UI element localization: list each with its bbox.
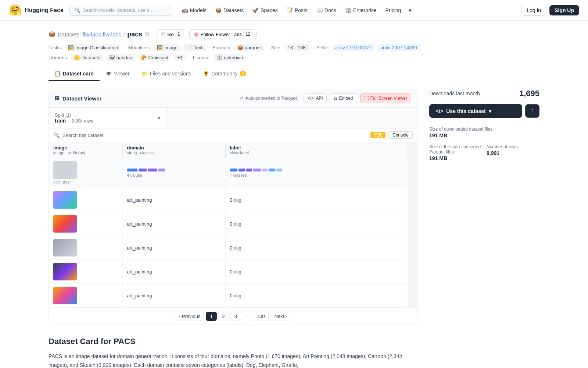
like-count: 1 xyxy=(175,31,182,37)
row3-image xyxy=(49,236,122,260)
arxiv1-tag[interactable]: arxiv:1710.03077 xyxy=(332,44,374,51)
navbar-datasets[interactable]: 📦 Datasets xyxy=(212,5,247,15)
follow-button[interactable]: 🌸 Follow Flower Labs 12 xyxy=(189,29,257,39)
navbar-right: Log In Sign Up xyxy=(521,5,579,16)
like-button[interactable]: ♡ like 1 xyxy=(157,29,186,39)
split-selector[interactable]: Split (1) train · 9.99k rows ▾ xyxy=(49,108,166,128)
navbar-models[interactable]: 🤖 Models xyxy=(178,5,210,15)
fullscreen-button[interactable]: ⛶ Full Screen Viewer xyxy=(360,93,412,103)
navbar-posts[interactable]: 📝 Posts xyxy=(283,5,311,15)
tab-files[interactable]: 📁 Files and versions xyxy=(136,67,197,81)
embed-button[interactable]: ⧉ Embed xyxy=(330,93,357,103)
lib3-tag[interactable]: 🥐 Croissant xyxy=(138,54,171,61)
lib1-tag[interactable]: 🟡 Datasets xyxy=(71,54,103,61)
domain-summary: 4 values xyxy=(122,158,225,188)
task-tag[interactable]: 🖼️ Image Classification xyxy=(65,44,121,51)
table-icon: ⊞ xyxy=(55,95,60,102)
table-row: art_painting 0 dog xyxy=(49,284,417,308)
modality-image-tag[interactable]: 🖼️ Image xyxy=(154,44,180,51)
arxiv-label: ArXiv: xyxy=(316,45,329,50)
row1-domain: art_painting xyxy=(122,188,225,212)
viewer-actions: ↺ Auto-converted to Parquet </> API ⧉ Em… xyxy=(236,93,411,103)
row1-image xyxy=(49,188,122,212)
api-button[interactable]: </> API xyxy=(304,93,327,103)
follow-count: 12 xyxy=(243,31,252,37)
search-dataset-icon: 🔍 xyxy=(53,132,60,138)
navbar-enterprise[interactable]: 🏢 Enterprise xyxy=(341,5,380,15)
community-badge: 1 xyxy=(240,71,246,76)
table-row: art_painting 0 dog xyxy=(49,236,417,260)
tab-community[interactable]: 🌻 Community 1 xyxy=(197,67,252,81)
navbar-spaces[interactable]: 🚀 Spaces xyxy=(249,5,282,15)
downloads-value: 1,695 xyxy=(519,89,539,98)
next-page-button[interactable]: Next › xyxy=(270,312,291,321)
table-body: art_painting 0 dog xyxy=(49,188,417,308)
heart-icon: ♡ xyxy=(161,32,165,37)
row4-domain: art_painting xyxy=(122,260,225,284)
console-button[interactable]: Console xyxy=(388,131,413,139)
croissant-lib-icon: 🥐 xyxy=(141,55,147,60)
size-parquet-item: Size of the auto-converted Parquet files… xyxy=(429,144,482,161)
pagination-ellipsis: ... xyxy=(243,312,251,321)
row4-label: 0 dog xyxy=(225,260,408,284)
org-link[interactable]: flwrlabs xyxy=(82,31,101,38)
lib2-tag[interactable]: 🐼 pandas xyxy=(106,54,135,61)
size-tag[interactable]: 1K - 10K xyxy=(284,44,309,51)
use-dataset-button[interactable]: </> Use this dataset ▾ xyxy=(429,104,522,118)
row2-domain: art_painting xyxy=(122,212,225,236)
search-row: 🔍 SQL Console xyxy=(49,128,417,142)
search-bar[interactable]: 🔍 Search models, datasets, users... xyxy=(69,5,172,16)
data-table: image image · width (px) domain string ·… xyxy=(49,142,417,308)
navbar-more[interactable]: ≡ xyxy=(406,5,413,15)
license-tag[interactable]: ⚖️ unknown xyxy=(214,54,246,61)
row5-image xyxy=(49,284,122,308)
split-preview xyxy=(166,108,417,128)
lib-more-tag[interactable]: +1 xyxy=(174,54,186,61)
page-2-button[interactable]: 2 xyxy=(218,312,229,321)
next-icon: › xyxy=(286,314,287,319)
dataset-card-title: Dataset Card for PACS xyxy=(49,337,417,346)
tasks-label: Tasks: xyxy=(49,45,62,50)
page-3-button[interactable]: 3 xyxy=(230,312,241,321)
num-rows-item: Number of rows: 9,991 xyxy=(487,144,539,161)
row4-image xyxy=(49,260,122,284)
search-dataset-input[interactable] xyxy=(62,132,368,138)
signup-button[interactable]: Sign Up xyxy=(549,5,579,15)
navbar-docs[interactable]: 📖 Docs xyxy=(313,5,340,15)
more-options-button[interactable]: ⋮ xyxy=(525,104,539,118)
navbar: 🤗 Hugging Face 🔍 Search models, datasets… xyxy=(0,0,588,21)
org-name[interactable]: flwrlabs xyxy=(103,31,121,38)
format-tag[interactable]: 📦 parquet xyxy=(234,44,264,51)
prev-page-button[interactable]: ‹ Previous xyxy=(175,312,205,321)
page-last-button[interactable]: 100 xyxy=(253,312,269,321)
dataset-actions: </> Use this dataset ▾ ⋮ xyxy=(429,104,539,118)
dataset-viewer: ⊞ Dataset Viewer ↺ Auto-converted to Par… xyxy=(49,89,417,325)
libraries-label: Libraries: xyxy=(49,55,68,60)
viewer-section: ⊞ Dataset Viewer ↺ Auto-converted to Par… xyxy=(49,89,417,368)
scrollbar-col xyxy=(408,142,417,158)
embed-icon: ⧉ xyxy=(334,96,337,101)
tab-viewer[interactable]: 👁️ Viewer xyxy=(100,67,136,81)
arxiv2-tag[interactable]: arxiv:2007.14390 xyxy=(377,44,420,51)
navbar-logo[interactable]: 🤗 Hugging Face xyxy=(9,4,64,16)
page-1-button[interactable]: 1 xyxy=(206,312,216,321)
breadcrumb-actions: ♡ like 1 🌸 Follow Flower Labs 12 xyxy=(157,29,257,39)
table-row: art_painting 0 dog xyxy=(49,188,417,212)
dataset-card: Dataset Card for PACS PACS is an image d… xyxy=(49,337,417,368)
navbar-pricing[interactable]: Pricing xyxy=(382,5,405,15)
col-domain: domain string · classes xyxy=(122,142,225,158)
copy-icon[interactable]: ⧉ xyxy=(145,31,149,38)
pandas-lib-icon: 🐼 xyxy=(109,55,115,60)
more-icon: ≡ xyxy=(408,7,411,13)
login-button[interactable]: Log In xyxy=(521,5,546,16)
tab-dataset-card[interactable]: 📋 Dataset card xyxy=(49,67,100,81)
datasets-breadcrumb: 📦 Datasets: xyxy=(49,31,81,38)
breadcrumb-slash: / xyxy=(123,31,125,38)
row5-domain: art_painting xyxy=(122,284,225,308)
follow-icon: 🌸 xyxy=(193,32,199,37)
modality-text-tag[interactable]: 📄 Text xyxy=(183,44,205,51)
datasets-lib-icon: 🟡 xyxy=(74,55,80,60)
auto-convert-button[interactable]: ↺ Auto-converted to Parquet xyxy=(236,94,301,103)
chevron-down-icon: ▾ xyxy=(158,115,160,121)
col-image: image image · width (px) xyxy=(49,142,122,158)
